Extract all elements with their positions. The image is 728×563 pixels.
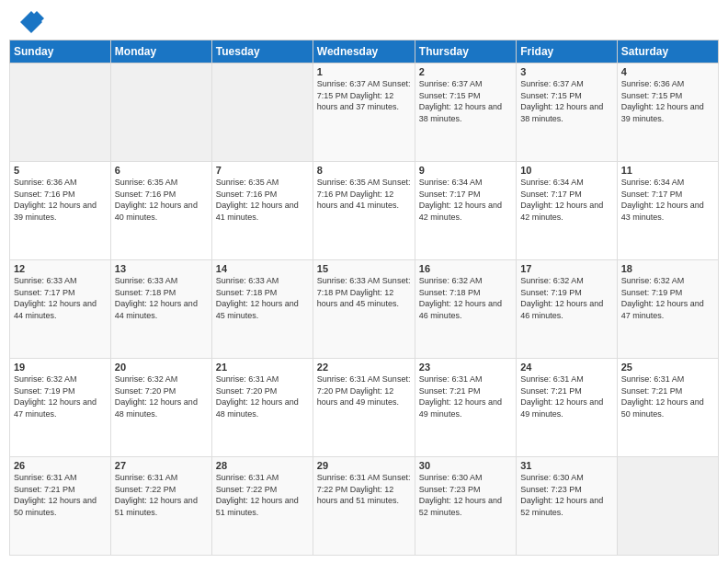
day-number: 25 xyxy=(621,362,714,373)
day-number: 26 xyxy=(14,460,107,471)
logo-icon xyxy=(18,9,44,35)
calendar-cell: 26Sunrise: 6:31 AM Sunset: 7:21 PM Dayli… xyxy=(10,457,111,556)
calendar-cell: 14Sunrise: 6:33 AM Sunset: 7:18 PM Dayli… xyxy=(211,260,313,359)
day-of-week-header: Monday xyxy=(110,40,211,63)
calendar-cell: 19Sunrise: 6:32 AM Sunset: 7:19 PM Dayli… xyxy=(10,359,111,457)
calendar-cell: 24Sunrise: 6:31 AM Sunset: 7:21 PM Dayli… xyxy=(517,359,617,457)
calendar-cell: 27Sunrise: 6:31 AM Sunset: 7:22 PM Dayli… xyxy=(110,457,211,556)
day-info: Sunrise: 6:34 AM Sunset: 7:17 PM Dayligh… xyxy=(419,177,512,223)
calendar-cell: 8Sunrise: 6:35 AM Sunset: 7:16 PM Daylig… xyxy=(313,162,415,260)
day-number: 28 xyxy=(216,460,309,471)
calendar: SundayMondayTuesdayWednesdayThursdayFrid… xyxy=(0,40,728,563)
day-info: Sunrise: 6:30 AM Sunset: 7:23 PM Dayligh… xyxy=(419,472,512,518)
day-info: Sunrise: 6:31 AM Sunset: 7:20 PM Dayligh… xyxy=(317,373,411,408)
day-number: 23 xyxy=(419,362,512,373)
calendar-cell: 28Sunrise: 6:31 AM Sunset: 7:22 PM Dayli… xyxy=(211,457,313,556)
day-info: Sunrise: 6:37 AM Sunset: 7:15 PM Dayligh… xyxy=(520,78,612,124)
logo xyxy=(18,9,48,35)
calendar-cell: 23Sunrise: 6:31 AM Sunset: 7:21 PM Dayli… xyxy=(415,359,516,457)
calendar-cell xyxy=(110,63,211,162)
day-of-week-header: Tuesday xyxy=(211,40,313,63)
day-number: 4 xyxy=(621,66,714,77)
day-number: 2 xyxy=(419,66,512,77)
page: SundayMondayTuesdayWednesdayThursdayFrid… xyxy=(0,0,728,563)
calendar-cell: 22Sunrise: 6:31 AM Sunset: 7:20 PM Dayli… xyxy=(313,359,415,457)
calendar-cell: 29Sunrise: 6:31 AM Sunset: 7:22 PM Dayli… xyxy=(313,457,415,556)
calendar-cell: 13Sunrise: 6:33 AM Sunset: 7:18 PM Dayli… xyxy=(110,260,211,359)
calendar-cell: 18Sunrise: 6:32 AM Sunset: 7:19 PM Dayli… xyxy=(617,260,718,359)
day-number: 29 xyxy=(317,460,411,471)
day-info: Sunrise: 6:32 AM Sunset: 7:19 PM Dayligh… xyxy=(14,373,107,419)
day-number: 18 xyxy=(621,263,714,274)
day-number: 11 xyxy=(621,165,714,176)
day-info: Sunrise: 6:33 AM Sunset: 7:18 PM Dayligh… xyxy=(317,275,411,310)
day-info: Sunrise: 6:32 AM Sunset: 7:20 PM Dayligh… xyxy=(115,373,208,419)
calendar-cell xyxy=(211,63,313,162)
day-number: 30 xyxy=(419,460,512,471)
day-info: Sunrise: 6:31 AM Sunset: 7:22 PM Dayligh… xyxy=(317,472,411,507)
calendar-cell: 6Sunrise: 6:35 AM Sunset: 7:16 PM Daylig… xyxy=(110,162,211,260)
calendar-cell: 4Sunrise: 6:36 AM Sunset: 7:15 PM Daylig… xyxy=(617,63,718,162)
calendar-cell: 30Sunrise: 6:30 AM Sunset: 7:23 PM Dayli… xyxy=(415,457,516,556)
day-info: Sunrise: 6:31 AM Sunset: 7:21 PM Dayligh… xyxy=(621,373,714,419)
day-info: Sunrise: 6:36 AM Sunset: 7:15 PM Dayligh… xyxy=(621,78,714,124)
calendar-cell: 5Sunrise: 6:36 AM Sunset: 7:16 PM Daylig… xyxy=(10,162,111,260)
calendar-cell: 7Sunrise: 6:35 AM Sunset: 7:16 PM Daylig… xyxy=(211,162,313,260)
day-number: 5 xyxy=(14,165,107,176)
day-number: 22 xyxy=(317,362,411,373)
day-number: 13 xyxy=(115,263,208,274)
calendar-table: SundayMondayTuesdayWednesdayThursdayFrid… xyxy=(9,40,719,556)
calendar-cell: 20Sunrise: 6:32 AM Sunset: 7:20 PM Dayli… xyxy=(110,359,211,457)
calendar-cell: 16Sunrise: 6:32 AM Sunset: 7:18 PM Dayli… xyxy=(415,260,516,359)
day-number: 12 xyxy=(14,263,107,274)
day-number: 3 xyxy=(520,66,612,77)
day-number: 14 xyxy=(216,263,309,274)
day-info: Sunrise: 6:30 AM Sunset: 7:23 PM Dayligh… xyxy=(520,472,612,518)
day-info: Sunrise: 6:35 AM Sunset: 7:16 PM Dayligh… xyxy=(317,177,411,212)
calendar-cell: 9Sunrise: 6:34 AM Sunset: 7:17 PM Daylig… xyxy=(415,162,516,260)
day-number: 17 xyxy=(520,263,612,274)
calendar-cell: 17Sunrise: 6:32 AM Sunset: 7:19 PM Dayli… xyxy=(517,260,617,359)
day-number: 7 xyxy=(216,165,309,176)
day-of-week-header: Sunday xyxy=(10,40,111,63)
day-info: Sunrise: 6:31 AM Sunset: 7:21 PM Dayligh… xyxy=(520,373,612,419)
day-of-week-header: Friday xyxy=(517,40,617,63)
calendar-cell: 2Sunrise: 6:37 AM Sunset: 7:15 PM Daylig… xyxy=(415,63,516,162)
day-info: Sunrise: 6:32 AM Sunset: 7:18 PM Dayligh… xyxy=(419,275,512,321)
day-of-week-header: Saturday xyxy=(617,40,718,63)
day-number: 6 xyxy=(115,165,208,176)
day-number: 15 xyxy=(317,263,411,274)
day-info: Sunrise: 6:34 AM Sunset: 7:17 PM Dayligh… xyxy=(520,177,612,223)
day-info: Sunrise: 6:32 AM Sunset: 7:19 PM Dayligh… xyxy=(621,275,714,321)
header xyxy=(0,0,728,40)
day-info: Sunrise: 6:31 AM Sunset: 7:21 PM Dayligh… xyxy=(14,472,107,518)
calendar-cell: 25Sunrise: 6:31 AM Sunset: 7:21 PM Dayli… xyxy=(617,359,718,457)
day-of-week-header: Thursday xyxy=(415,40,516,63)
day-number: 31 xyxy=(520,460,612,471)
calendar-cell xyxy=(10,63,111,162)
day-info: Sunrise: 6:37 AM Sunset: 7:15 PM Dayligh… xyxy=(317,78,411,113)
day-info: Sunrise: 6:33 AM Sunset: 7:17 PM Dayligh… xyxy=(14,275,107,321)
day-info: Sunrise: 6:34 AM Sunset: 7:17 PM Dayligh… xyxy=(621,177,714,223)
day-info: Sunrise: 6:31 AM Sunset: 7:22 PM Dayligh… xyxy=(115,472,208,518)
calendar-week-row: 26Sunrise: 6:31 AM Sunset: 7:21 PM Dayli… xyxy=(10,457,719,556)
day-info: Sunrise: 6:35 AM Sunset: 7:16 PM Dayligh… xyxy=(115,177,208,223)
calendar-week-row: 12Sunrise: 6:33 AM Sunset: 7:17 PM Dayli… xyxy=(10,260,719,359)
calendar-cell: 31Sunrise: 6:30 AM Sunset: 7:23 PM Dayli… xyxy=(517,457,617,556)
day-info: Sunrise: 6:31 AM Sunset: 7:22 PM Dayligh… xyxy=(216,472,309,518)
day-number: 27 xyxy=(115,460,208,471)
day-number: 21 xyxy=(216,362,309,373)
day-info: Sunrise: 6:36 AM Sunset: 7:16 PM Dayligh… xyxy=(14,177,107,223)
calendar-cell: 1Sunrise: 6:37 AM Sunset: 7:15 PM Daylig… xyxy=(313,63,415,162)
day-number: 19 xyxy=(14,362,107,373)
day-info: Sunrise: 6:31 AM Sunset: 7:21 PM Dayligh… xyxy=(419,373,512,419)
day-number: 10 xyxy=(520,165,612,176)
calendar-cell xyxy=(617,457,718,556)
day-number: 1 xyxy=(317,66,411,77)
calendar-cell: 21Sunrise: 6:31 AM Sunset: 7:20 PM Dayli… xyxy=(211,359,313,457)
day-info: Sunrise: 6:32 AM Sunset: 7:19 PM Dayligh… xyxy=(520,275,612,321)
calendar-header-row: SundayMondayTuesdayWednesdayThursdayFrid… xyxy=(10,40,719,63)
calendar-week-row: 5Sunrise: 6:36 AM Sunset: 7:16 PM Daylig… xyxy=(10,162,719,260)
day-of-week-header: Wednesday xyxy=(313,40,415,63)
day-number: 20 xyxy=(115,362,208,373)
